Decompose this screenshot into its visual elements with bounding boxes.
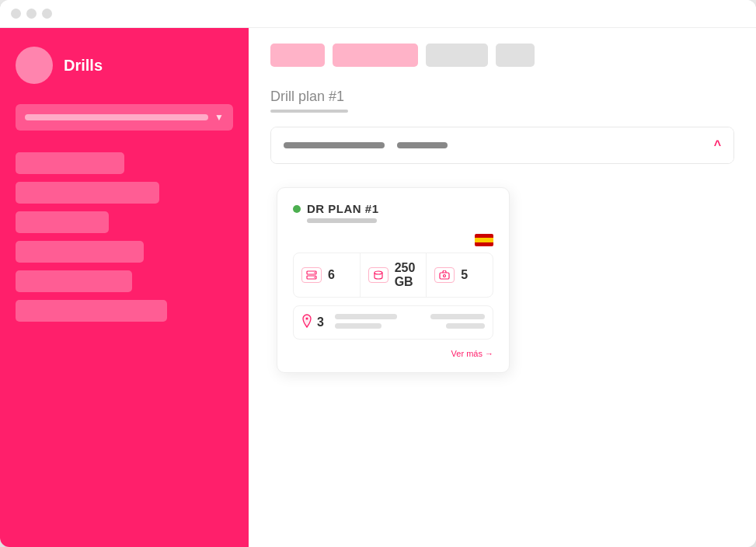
stat-cell-storage: 250 GB [361, 253, 427, 297]
stat-cell-servers: 6 [294, 253, 361, 297]
app-window: Drills ▼ [0, 0, 756, 547]
flag-icon [475, 234, 493, 246]
traffic-light-minimize[interactable] [26, 9, 37, 19]
detail-bar-1 [335, 314, 397, 319]
page-title-section: Drill plan #1 [270, 89, 734, 113]
tab-1[interactable] [270, 44, 325, 67]
location-icon-wrap: 3 [301, 314, 324, 331]
traffic-light-maximize[interactable] [42, 9, 52, 19]
sidebar-title: Drills [64, 57, 103, 75]
sidebar-item-2[interactable] [16, 182, 159, 204]
tab-3[interactable] [426, 44, 488, 67]
sidebar-item-1[interactable] [16, 152, 124, 174]
app-body: Drills ▼ [0, 28, 756, 547]
tab-4[interactable] [496, 44, 535, 67]
chevron-down-icon: ▼ [214, 112, 224, 123]
sidebar-item-5[interactable] [16, 270, 132, 292]
top-tabs [270, 44, 734, 67]
snapshot-icon [434, 267, 455, 283]
dr-plan-card: DR PLAN #1 [277, 187, 510, 373]
sidebar-item-3[interactable] [16, 211, 109, 233]
stats-row: 6 250 GB [293, 253, 493, 298]
sidebar: Drills ▼ [0, 28, 249, 547]
sidebar-item-4[interactable] [16, 241, 144, 263]
dr-plan-header: DR PLAN #1 [293, 202, 493, 215]
accordion-chevron-icon: ^ [714, 138, 721, 152]
location-count: 3 [317, 315, 324, 329]
svg-point-6 [444, 275, 446, 277]
svg-rect-5 [440, 273, 449, 279]
main-content: Drill plan #1 ^ DR PLAN #1 [249, 28, 756, 547]
flag-stripe-bottom [475, 242, 493, 246]
sidebar-nav [16, 152, 233, 322]
dr-plan-title: DR PLAN #1 [307, 202, 379, 215]
stat-value-snapshots: 5 [461, 268, 468, 282]
more-link[interactable]: Ver más → [293, 349, 493, 358]
traffic-lights [11, 9, 52, 19]
detail-bar-2 [335, 323, 381, 329]
avatar [16, 47, 53, 84]
accordion-header[interactable]: ^ [271, 127, 733, 163]
location-details [335, 314, 430, 329]
stat-value-servers: 6 [328, 268, 335, 282]
flag-row [293, 234, 493, 246]
stat-cell-snapshots: 5 [427, 253, 493, 297]
sidebar-header: Drills [16, 47, 233, 84]
svg-point-7 [306, 318, 308, 320]
location-row: 3 [293, 305, 493, 340]
traffic-light-close[interactable] [11, 9, 21, 19]
stat-value-storage: 250 GB [395, 261, 419, 289]
sidebar-dropdown[interactable]: ▼ [16, 104, 233, 131]
detail-bar-3 [430, 314, 485, 319]
accordion: ^ [270, 127, 734, 164]
svg-point-4 [375, 271, 382, 274]
svg-point-2 [314, 272, 315, 274]
dropdown-bar [25, 114, 208, 120]
title-bar [0, 0, 756, 28]
location-icon [301, 314, 312, 331]
storage-icon [368, 267, 388, 283]
page-title-underline [270, 110, 348, 113]
svg-point-3 [314, 277, 315, 278]
tab-2[interactable] [333, 44, 418, 67]
detail-bar-4 [446, 323, 485, 329]
page-title: Drill plan #1 [270, 89, 734, 105]
location-right [430, 314, 485, 329]
dr-plan-subtitle [307, 218, 377, 223]
accordion-bar-2 [397, 142, 448, 148]
sidebar-item-6[interactable] [16, 300, 167, 322]
accordion-bar-1 [284, 142, 385, 148]
server-icon [301, 267, 322, 283]
status-dot [293, 205, 301, 213]
